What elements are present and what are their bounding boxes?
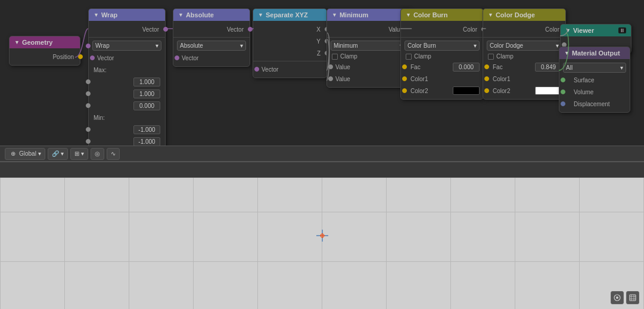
absolute-vector-in-socket[interactable] bbox=[175, 55, 179, 60]
minimum-body: Value Minimum ▾ Clamp Value Value bbox=[327, 21, 409, 87]
separate-vector-in-socket[interactable] bbox=[254, 67, 259, 72]
viewer-header: ▼ Viewer II bbox=[561, 24, 631, 36]
absolute-dropdown[interactable]: Absolute ▾ bbox=[177, 41, 246, 51]
wrap-min2-socket[interactable] bbox=[86, 139, 91, 144]
toolbar-transform-orient[interactable]: ⊕ Global ▾ bbox=[5, 148, 45, 160]
corner-view-btn[interactable] bbox=[611, 291, 624, 304]
wrap-vector-out-row: Vector bbox=[89, 23, 165, 35]
colorburn-fac-value[interactable]: 0.000 bbox=[453, 63, 480, 72]
colordodge-fac-value[interactable]: 0.849 bbox=[535, 63, 562, 72]
minimum-val1-socket[interactable] bbox=[328, 64, 333, 69]
colordodge-color2-socket[interactable] bbox=[484, 88, 489, 93]
svg-rect-9 bbox=[630, 295, 636, 301]
wrap-field1-row: Vector bbox=[89, 52, 165, 64]
colorburn-fac-socket[interactable] bbox=[402, 64, 407, 69]
colorburn-title: Color Burn bbox=[413, 11, 447, 18]
matoutput-displacement-socket[interactable] bbox=[561, 101, 565, 106]
colordodge-dropdown[interactable]: Color Dodge ▾ bbox=[487, 41, 562, 51]
wrap-min1-socket[interactable] bbox=[86, 127, 91, 132]
colorburn-dropdown-row: Color Burn ▾ bbox=[401, 39, 483, 52]
minimum-val2-socket[interactable] bbox=[328, 76, 333, 81]
matoutput-header: ▼ Material Output bbox=[559, 47, 630, 59]
wrap-max3-value[interactable]: 0.000 bbox=[133, 101, 160, 110]
wrap-field1-label: Vector bbox=[97, 55, 161, 61]
absolute-vector-out-socket[interactable] bbox=[248, 27, 253, 32]
bottom-area bbox=[0, 161, 644, 309]
geometry-position-socket[interactable] bbox=[78, 54, 83, 59]
colordodge-clamp-checkbox[interactable] bbox=[488, 54, 494, 60]
minimum-collapse-arrow[interactable]: ▼ bbox=[332, 12, 337, 18]
colorburn-fac-row: Fac 0.000 bbox=[401, 61, 483, 73]
wrap-min1-value[interactable]: -1.000 bbox=[133, 125, 160, 134]
absolute-body: Vector Absolute ▾ Vector bbox=[173, 21, 250, 66]
wrap-header: ▼ Wrap bbox=[89, 9, 165, 21]
corner-render-btn[interactable] bbox=[626, 291, 639, 304]
colordodge-color2-label: Color2 bbox=[493, 88, 533, 94]
wrap-max1-value[interactable]: 1.000 bbox=[133, 78, 160, 86]
viewer-collapse-arrow[interactable]: ▼ bbox=[565, 27, 571, 33]
wrap-title: Wrap bbox=[101, 11, 117, 18]
colordodge-fac-socket[interactable] bbox=[484, 64, 489, 69]
wrap-max3-row: 0.000 bbox=[89, 100, 165, 112]
pivot-icon: ⊞ bbox=[74, 150, 79, 157]
colorburn-color2-row: Color2 bbox=[401, 85, 483, 97]
wrap-max3-socket[interactable] bbox=[86, 103, 91, 108]
cursor-crosshair bbox=[316, 230, 328, 242]
colordodge-color1-socket[interactable] bbox=[484, 76, 489, 81]
viewer-badge: II bbox=[618, 27, 626, 33]
minimum-dropdown[interactable]: Minimum ▾ bbox=[331, 41, 406, 51]
separate-x-row: X bbox=[253, 23, 326, 35]
absolute-collapse-arrow[interactable]: ▼ bbox=[178, 12, 183, 18]
colorburn-color2-socket[interactable] bbox=[402, 88, 407, 93]
toolbar-global-arrow: ▾ bbox=[38, 150, 41, 157]
colordodge-color2-swatch[interactable] bbox=[535, 86, 562, 95]
matoutput-displacement-label: Displacement bbox=[574, 101, 626, 107]
geometry-collapse-arrow[interactable]: ▼ bbox=[14, 39, 20, 45]
matoutput-surface-row: Surface bbox=[559, 74, 630, 86]
separate-vector-label: Vector bbox=[262, 66, 323, 73]
colorburn-collapse-arrow[interactable]: ▼ bbox=[406, 12, 411, 18]
geometry-header: ▼ Geometry bbox=[10, 36, 80, 48]
wrap-max2-socket[interactable] bbox=[86, 91, 91, 96]
matoutput-dropdown[interactable]: All ▾ bbox=[563, 63, 626, 73]
wrap-collapse-arrow[interactable]: ▼ bbox=[94, 12, 99, 18]
wrap-body: Vector Wrap ▾ Vector Max: 1.000 bbox=[89, 21, 165, 161]
separate-collapse-arrow[interactable]: ▼ bbox=[258, 12, 263, 18]
absolute-field1-row: Vector bbox=[173, 52, 250, 64]
wrap-dropdown[interactable]: Wrap ▾ bbox=[92, 41, 161, 51]
matoutput-surface-label: Surface bbox=[574, 77, 626, 84]
minimum-val2-label: Value bbox=[335, 76, 406, 82]
geometry-position-row: Position bbox=[10, 51, 80, 63]
matoutput-collapse-arrow[interactable]: ▼ bbox=[564, 50, 570, 56]
wrap-vector-in-socket[interactable] bbox=[86, 44, 91, 48]
wrap-max2-value[interactable]: 1.000 bbox=[133, 89, 160, 98]
colorburn-clamp-checkbox[interactable] bbox=[406, 54, 412, 60]
absolute-vector-out-label: Vector bbox=[177, 26, 244, 33]
colordodge-collapse-arrow[interactable]: ▼ bbox=[488, 12, 493, 18]
wrap-vector-out-socket[interactable] bbox=[163, 27, 168, 32]
toolbar-snap[interactable]: 🔗 ▾ bbox=[48, 148, 68, 160]
colorburn-color1-socket[interactable] bbox=[402, 76, 407, 81]
node-color-burn: ▼ Color Burn Color Color Burn ▾ Clamp F bbox=[400, 8, 484, 100]
colorburn-clamp-label: Clamp bbox=[414, 53, 431, 60]
toolbar-falloff[interactable]: ∿ bbox=[107, 148, 120, 160]
colorburn-clamp-row: Clamp bbox=[401, 52, 483, 61]
separate-title: Separate XYZ bbox=[266, 11, 308, 18]
colordodge-color1-row: Color1 bbox=[483, 73, 565, 85]
wrap-vector2-socket[interactable] bbox=[90, 55, 95, 60]
grid-area[interactable] bbox=[0, 162, 644, 309]
colorburn-dropdown[interactable]: Color Burn ▾ bbox=[405, 41, 480, 51]
minimum-header: ▼ Minimum bbox=[327, 9, 409, 21]
matoutput-volume-socket[interactable] bbox=[561, 89, 565, 94]
toolbar-pivot[interactable]: ⊞ ▾ bbox=[70, 148, 88, 160]
wrap-max1-socket[interactable] bbox=[86, 79, 91, 84]
matoutput-surface-socket[interactable] bbox=[561, 78, 565, 82]
separate-z-row: Z bbox=[253, 47, 326, 59]
matoutput-dropdown-row: All ▾ bbox=[559, 61, 630, 74]
node-material-output: ▼ Material Output All ▾ Surface Volume D… bbox=[559, 47, 630, 113]
wrap-min2-value[interactable]: -1.000 bbox=[133, 137, 160, 146]
colorburn-color2-swatch[interactable] bbox=[453, 86, 480, 95]
minimum-clamp-checkbox[interactable] bbox=[332, 54, 338, 60]
toolbar-proportional[interactable]: ◎ bbox=[91, 148, 104, 160]
colordodge-body: Color Color Dodge ▾ Clamp Fac 0.849 bbox=[483, 21, 565, 99]
